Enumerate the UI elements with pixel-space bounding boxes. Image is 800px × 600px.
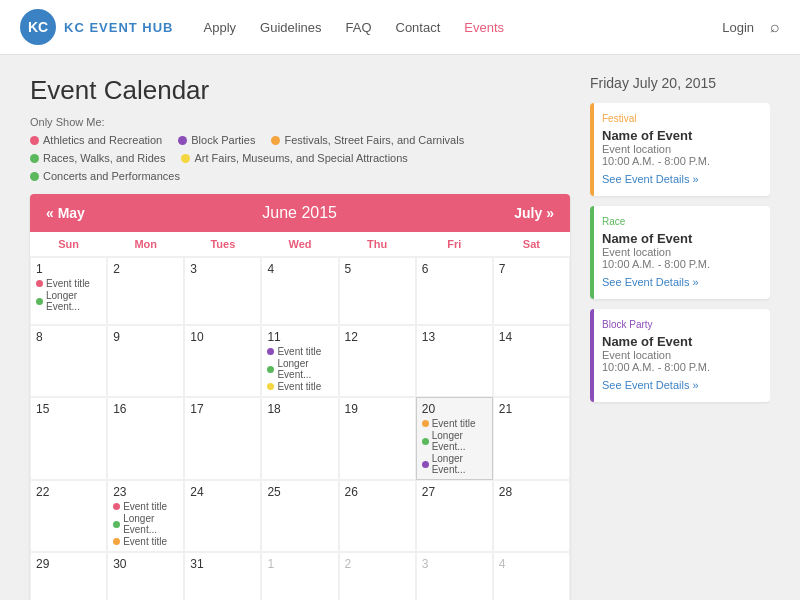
cal-date-number: 2	[113, 262, 178, 276]
calendar-event[interactable]: Longer Event...	[422, 453, 487, 475]
event-name: Name of Event	[602, 334, 758, 349]
cal-date-number: 2	[345, 557, 410, 571]
calendar-cell[interactable]: 17	[184, 397, 261, 480]
calendar-event[interactable]: Longer Event...	[113, 513, 178, 535]
calendar-cell[interactable]: 21	[493, 397, 570, 480]
calendar-cell[interactable]: 25	[261, 480, 338, 552]
day-header: Thu	[339, 232, 416, 257]
cal-date-number: 14	[499, 330, 564, 344]
calendar-cell[interactable]: 19	[339, 397, 416, 480]
cal-date-number: 3	[190, 262, 255, 276]
event-type: Block Party	[602, 319, 758, 330]
cal-date-number: 19	[345, 402, 410, 416]
cal-date-number: 26	[345, 485, 410, 499]
nav-guidelines[interactable]: Guidelines	[260, 20, 321, 35]
cal-date-number: 15	[36, 402, 101, 416]
nav-contact[interactable]: Contact	[396, 20, 441, 35]
calendar-cell[interactable]: 2	[107, 257, 184, 325]
calendar-event[interactable]: Longer Event...	[267, 358, 332, 380]
calendar-title: June 2015	[262, 204, 337, 222]
cal-date-number: 7	[499, 262, 564, 276]
event-name: Name of Event	[602, 128, 758, 143]
cal-date-number: 25	[267, 485, 332, 499]
event-card: Race Name of Event Event location 10:00 …	[590, 206, 770, 299]
calendar-cell[interactable]: 23Event titleLonger Event...Event title	[107, 480, 184, 552]
cal-date-number: 28	[499, 485, 564, 499]
day-header: Mon	[107, 232, 184, 257]
calendar-cell[interactable]: 7	[493, 257, 570, 325]
calendar-cell[interactable]: 20Event titleLonger Event...Longer Event…	[416, 397, 493, 480]
nav-events[interactable]: Events	[464, 20, 504, 35]
filter-tag[interactable]: Athletics and Recreation	[30, 134, 162, 146]
calendar-cell[interactable]: 16	[107, 397, 184, 480]
calendar-event[interactable]: Longer Event...	[422, 430, 487, 452]
calendar-cell[interactable]: 29	[30, 552, 107, 600]
event-type: Race	[602, 216, 758, 227]
login-button[interactable]: Login	[722, 20, 754, 35]
filter-tag[interactable]: Races, Walks, and Rides	[30, 152, 165, 164]
calendar-event[interactable]: Event title	[113, 536, 178, 547]
calendar-cell[interactable]: 9	[107, 325, 184, 397]
event-details-link[interactable]: See Event Details »	[602, 173, 699, 185]
calendar-cell[interactable]: 28	[493, 480, 570, 552]
calendar-cell[interactable]: 2	[339, 552, 416, 600]
cal-date-number: 30	[113, 557, 178, 571]
calendar-cell[interactable]: 14	[493, 325, 570, 397]
calendar-cell[interactable]: 4	[261, 257, 338, 325]
calendar-cell[interactable]: 3	[184, 257, 261, 325]
filter-tag[interactable]: Art Fairs, Museums, and Special Attracti…	[181, 152, 407, 164]
calendar-cell[interactable]: 1	[261, 552, 338, 600]
right-panel: Friday July 20, 2015 Festival Name of Ev…	[590, 75, 770, 580]
calendar-cell[interactable]: 24	[184, 480, 261, 552]
calendar-cell[interactable]: 15	[30, 397, 107, 480]
event-type: Festival	[602, 113, 758, 124]
calendar-cell[interactable]: 5	[339, 257, 416, 325]
page-title: Event Calendar	[30, 75, 570, 106]
prev-month-button[interactable]: « May	[46, 205, 85, 221]
calendar-event[interactable]: Longer Event...	[36, 290, 101, 312]
calendar-day-headers: SunMonTuesWedThuFriSat	[30, 232, 570, 257]
calendar-cell[interactable]: 22	[30, 480, 107, 552]
day-header: Sun	[30, 232, 107, 257]
cal-date-number: 4	[267, 262, 332, 276]
calendar-cell[interactable]: 8	[30, 325, 107, 397]
event-name: Name of Event	[602, 231, 758, 246]
filter-tag[interactable]: Festivals, Street Fairs, and Carnivals	[271, 134, 464, 146]
event-details-link[interactable]: See Event Details »	[602, 379, 699, 391]
next-month-button[interactable]: July »	[514, 205, 554, 221]
calendar-cell[interactable]: 3	[416, 552, 493, 600]
cal-date-number: 4	[499, 557, 564, 571]
cal-date-number: 16	[113, 402, 178, 416]
logo[interactable]: KC KC EVENT HUB	[20, 9, 174, 45]
calendar-cell[interactable]: 18	[261, 397, 338, 480]
calendar-cell[interactable]: 1Event titleLonger Event...	[30, 257, 107, 325]
calendar-cell[interactable]: 11Event titleLonger Event...Event title	[261, 325, 338, 397]
calendar-cell[interactable]: 26	[339, 480, 416, 552]
event-time: 10:00 A.M. - 8:00 P.M.	[602, 155, 758, 167]
calendar-event[interactable]: Event title	[267, 381, 332, 392]
calendar-cell[interactable]: 27	[416, 480, 493, 552]
day-header: Sat	[493, 232, 570, 257]
calendar-cell[interactable]: 4	[493, 552, 570, 600]
calendar-cell[interactable]: 31	[184, 552, 261, 600]
filter-tag[interactable]: Concerts and Performances	[30, 170, 180, 182]
calendar-event[interactable]: Event title	[267, 346, 332, 357]
calendar-cell[interactable]: 30	[107, 552, 184, 600]
filter-tag[interactable]: Block Parties	[178, 134, 255, 146]
calendar-cell[interactable]: 6	[416, 257, 493, 325]
calendar-cell[interactable]: 13	[416, 325, 493, 397]
event-details-link[interactable]: See Event Details »	[602, 276, 699, 288]
cal-date-number: 20	[422, 402, 487, 416]
search-icon[interactable]: ⌕	[770, 18, 780, 36]
calendar-event[interactable]: Event title	[113, 501, 178, 512]
calendar-event[interactable]: Event title	[36, 278, 101, 289]
cal-date-number: 31	[190, 557, 255, 571]
calendar-cell[interactable]: 10	[184, 325, 261, 397]
filter-section: Only Show Me: Athletics and RecreationBl…	[30, 116, 570, 182]
main-nav: Apply Guidelines FAQ Contact Events	[204, 20, 723, 35]
nav-apply[interactable]: Apply	[204, 20, 237, 35]
calendar-cell[interactable]: 12	[339, 325, 416, 397]
nav-faq[interactable]: FAQ	[345, 20, 371, 35]
calendar-event[interactable]: Event title	[422, 418, 487, 429]
event-time: 10:00 A.M. - 8:00 P.M.	[602, 361, 758, 373]
